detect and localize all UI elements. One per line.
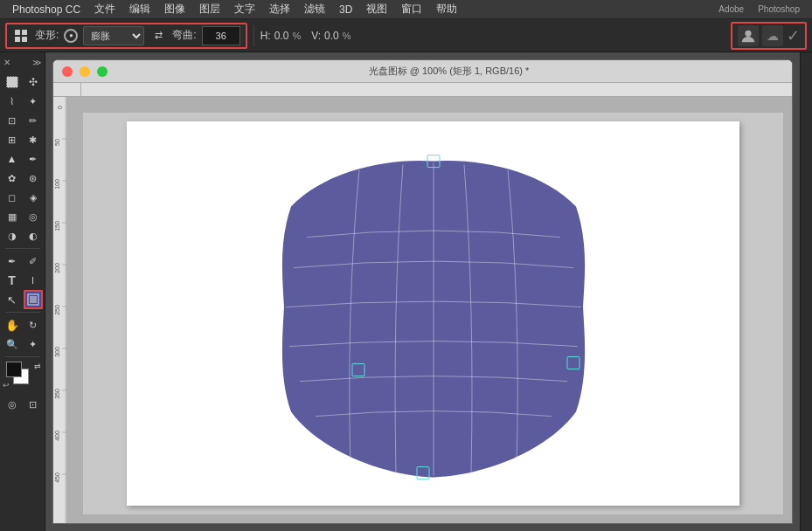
toolbar-left-group: 变形: ● 膨胀 ⇄ 弯曲:: [5, 23, 247, 49]
svg-text:400: 400: [54, 431, 60, 441]
ruler-horizontal: 0 50 100 150 200 250 300: [53, 83, 792, 97]
tool-brush[interactable]: ▲: [3, 149, 22, 169]
menu-app[interactable]: Photoshop CC: [7, 3, 86, 16]
toolbox-header: ✕ ≫: [0, 56, 45, 69]
tool-row-1: ✣: [3, 72, 43, 92]
tool-freeform-pen[interactable]: ✐: [24, 252, 43, 271]
canvas-titlebar: 光盘图标 @ 100% (矩形 1, RGB/16) *: [53, 60, 792, 83]
h-label: H:: [260, 30, 271, 42]
tool-magic-wand[interactable]: ✦: [24, 92, 43, 111]
tool-separator-3: [5, 356, 40, 357]
tool-vertical-text[interactable]: I: [24, 271, 43, 290]
menu-3d[interactable]: 3D: [334, 3, 357, 16]
v-unit: %: [343, 31, 351, 41]
menu-edit[interactable]: 编辑: [124, 2, 156, 17]
svg-text:0: 0: [57, 106, 63, 109]
svg-rect-3: [22, 37, 27, 42]
tool-clone[interactable]: ✿: [3, 169, 22, 188]
h-value: 0.0: [274, 30, 289, 42]
tool-row-6: ✿ ⊛: [3, 169, 43, 188]
tool-lasso[interactable]: ⌇: [3, 92, 22, 111]
menu-bar: Photoshop CC 文件 编辑 图像 图层 文字 选择 滤镜 3D 视图 …: [0, 0, 812, 19]
svg-point-4: [745, 30, 751, 36]
tool-pencil[interactable]: ✒: [24, 149, 43, 169]
warp-icon[interactable]: ⇄: [149, 27, 167, 45]
menu-help[interactable]: 帮助: [431, 2, 462, 17]
reset-colors-icon[interactable]: ↩: [3, 381, 10, 390]
tool-row-13: ✋ ↻: [3, 315, 43, 334]
tool-separator-2: [5, 312, 40, 313]
window-minimize-btn[interactable]: [80, 66, 90, 77]
toolbox-close[interactable]: ✕: [3, 58, 10, 67]
tool-row-2: ⌇ ✦: [3, 92, 43, 111]
right-panel: [800, 52, 812, 531]
menu-layer[interactable]: 图层: [194, 2, 226, 17]
cloud-icon[interactable]: ☁: [762, 25, 783, 46]
tool-quick-mask[interactable]: ◎: [3, 395, 22, 414]
canvas-body: 0 50 100 150 200 250 300: [53, 97, 792, 523]
transform-select[interactable]: 膨胀: [83, 26, 144, 45]
tool-bucket[interactable]: ◎: [24, 207, 43, 226]
swap-colors-icon[interactable]: ⇄: [34, 362, 41, 370]
svg-rect-5: [7, 77, 17, 87]
svg-text:50: 50: [54, 139, 60, 146]
toolbar: 变形: ● 膨胀 ⇄ 弯曲: H: 0.0 % V: 0.0 % ☁ ✓: [0, 19, 812, 52]
foreground-color[interactable]: [6, 362, 22, 377]
tool-row-11: T I: [3, 271, 43, 290]
transform-label: 变形:: [35, 28, 59, 43]
tool-eraser[interactable]: ◻: [3, 188, 22, 207]
tool-path-select[interactable]: ↖: [3, 290, 22, 309]
user-icon[interactable]: [738, 25, 759, 46]
canvas-window: 光盘图标 @ 100% (矩形 1, RGB/16) * 0 50 100: [52, 59, 793, 524]
bend-input[interactable]: [202, 26, 240, 45]
tool-blur[interactable]: ◑: [3, 226, 22, 245]
menu-view[interactable]: 视图: [361, 2, 392, 17]
tool-rotate-view[interactable]: ↻: [24, 315, 43, 334]
menu-text[interactable]: 文字: [229, 2, 260, 17]
menu-filter[interactable]: 滤镜: [299, 2, 330, 17]
menu-image[interactable]: 图像: [159, 2, 191, 17]
tool-shape[interactable]: [24, 290, 43, 309]
menu-file[interactable]: 文件: [89, 2, 121, 17]
tool-row-12: ↖: [3, 290, 43, 309]
tool-row-10: ✒ ✐: [3, 252, 43, 271]
tool-row-7: ◻ ◈: [3, 188, 43, 207]
tool-background-eraser[interactable]: ◈: [24, 188, 43, 207]
tool-eyedropper[interactable]: ✏: [24, 111, 43, 130]
main-area: ✕ ≫ ✣ ⌇ ✦ ⊡ ✏ ⊞ ✱ ▲ ✒: [0, 52, 812, 531]
toolbox: ✕ ≫ ✣ ⌇ ✦ ⊡ ✏ ⊞ ✱ ▲ ✒: [0, 52, 45, 531]
tool-pen[interactable]: ✒: [3, 252, 22, 271]
photoshop-label: Photoshop: [753, 4, 805, 14]
tool-history-brush[interactable]: ⊛: [24, 169, 43, 188]
tool-patch[interactable]: ⊞: [3, 130, 22, 149]
canvas-area: 光盘图标 @ 100% (矩形 1, RGB/16) * 0 50 100: [45, 52, 800, 531]
tool-row-8: ▦ ◎: [3, 207, 43, 226]
tool-row-14: 🔍 ✦: [3, 334, 43, 354]
tool-zoom[interactable]: 🔍: [3, 334, 22, 354]
window-close-btn[interactable]: [62, 66, 73, 77]
grid-icon[interactable]: [12, 27, 30, 45]
tool-sample[interactable]: ✦: [24, 334, 43, 354]
tool-hand[interactable]: ✋: [3, 315, 22, 334]
menu-window[interactable]: 窗口: [396, 2, 427, 17]
svg-text:100: 100: [54, 179, 60, 190]
tool-heal[interactable]: ✱: [24, 130, 43, 149]
tool-crop[interactable]: ⊡: [3, 111, 22, 130]
toolbox-collapse[interactable]: ≫: [32, 58, 41, 67]
confirm-icon[interactable]: ✓: [787, 26, 800, 45]
svg-text:350: 350: [54, 389, 60, 399]
menu-select[interactable]: 选择: [264, 2, 295, 17]
color-swatches: ⇄ ↩: [3, 362, 43, 390]
window-maximize-btn[interactable]: [97, 66, 108, 77]
svg-rect-1: [22, 30, 27, 35]
tool-select-rect[interactable]: [3, 72, 22, 92]
tool-screen-mode[interactable]: ⊡: [24, 395, 43, 414]
tool-dodge[interactable]: ◐: [24, 226, 43, 245]
svg-rect-7: [30, 296, 37, 303]
canvas-surface[interactable]: [67, 97, 792, 523]
transform-icon: ●: [64, 29, 78, 43]
tool-text[interactable]: T: [3, 271, 22, 290]
tool-gradient[interactable]: ▦: [3, 207, 22, 226]
tool-move[interactable]: ✣: [24, 72, 43, 92]
svg-text:250: 250: [54, 305, 60, 315]
